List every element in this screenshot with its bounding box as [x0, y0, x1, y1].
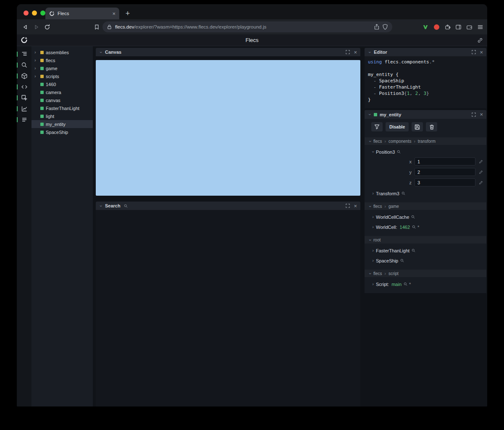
component-Script[interactable]: ›Script:main*: [365, 281, 486, 287]
component-SpaceShip[interactable]: ›SpaceShip: [365, 257, 486, 264]
chevron-right-icon[interactable]: ›: [371, 258, 375, 263]
new-tab-button[interactable]: +: [122, 8, 134, 19]
inspector-section-flecs-components-transform[interactable]: ›flecs›components›transform: [365, 137, 486, 145]
inspector-section-root[interactable]: ›root: [365, 236, 486, 244]
tree-item-camera[interactable]: camera: [32, 88, 93, 96]
tree-item-game[interactable]: ›game: [32, 64, 93, 72]
tree-item-FasterThanLight[interactable]: FasterThanLight: [32, 104, 93, 112]
wallet-icon[interactable]: [465, 23, 473, 31]
inspect-icon[interactable]: [17, 93, 32, 102]
tree-item-1460[interactable]: 1460: [32, 80, 93, 88]
search-icon[interactable]: [17, 60, 32, 70]
search-panel-header[interactable]: › Search ×: [96, 202, 360, 210]
field-input[interactable]: 3: [415, 178, 475, 186]
close-panel-icon[interactable]: ×: [480, 50, 483, 55]
code-editor[interactable]: using flecs.components.* my_entity { - S…: [365, 56, 486, 108]
render-canvas[interactable]: [96, 60, 360, 196]
magnifier-icon[interactable]: [404, 282, 407, 286]
tree-item-flecs[interactable]: ›flecs: [32, 56, 93, 64]
reload-button[interactable]: [43, 23, 51, 31]
chevron-right-icon[interactable]: ›: [371, 282, 375, 286]
chevron-down-icon[interactable]: ›: [99, 204, 103, 207]
inspector-panel-header[interactable]: › my_entity ×: [365, 110, 486, 119]
chevron-down-icon[interactable]: ›: [368, 238, 373, 241]
share-link-icon[interactable]: [477, 37, 483, 43]
url-bar[interactable]: flecs.dev/explorer/?wasm=https://www.fle…: [102, 21, 392, 32]
expand-panel-icon[interactable]: [472, 113, 476, 117]
expand-arrow-icon[interactable]: ›: [34, 58, 38, 63]
tree-item-canvas[interactable]: canvas: [32, 96, 93, 104]
tab-close-icon[interactable]: ×: [112, 11, 116, 16]
expand-panel-icon[interactable]: [346, 204, 350, 208]
magnifier-icon[interactable]: [412, 225, 416, 229]
bookmark-sidebar-icon[interactable]: [92, 23, 101, 31]
save-button[interactable]: [412, 122, 423, 131]
minimize-window-button[interactable]: [32, 10, 37, 16]
close-panel-icon[interactable]: ×: [354, 50, 357, 55]
forward-button[interactable]: [32, 23, 40, 31]
back-button[interactable]: [21, 23, 29, 31]
magnifier-icon[interactable]: [400, 259, 404, 262]
magnifier-icon[interactable]: [412, 249, 415, 252]
chevron-down-icon[interactable]: ›: [99, 50, 103, 54]
magnifier-icon[interactable]: [397, 150, 401, 154]
sidebar-toggle-icon[interactable]: [454, 23, 462, 31]
extensions-puzzle-icon[interactable]: [443, 23, 452, 31]
field-input[interactable]: 1: [415, 157, 475, 165]
component-WorldCellCache[interactable]: ›WorldCellCache: [365, 214, 486, 220]
chevron-right-icon[interactable]: ›: [371, 225, 375, 229]
chevron-right-icon[interactable]: ›: [371, 191, 375, 196]
chevron-right-icon[interactable]: ›: [371, 248, 375, 253]
tree-item-scripts[interactable]: ›scripts: [32, 72, 93, 80]
disable-button[interactable]: Disable: [386, 122, 409, 131]
extension-v-icon[interactable]: [421, 23, 430, 31]
expand-panel-icon[interactable]: [346, 50, 350, 54]
tree-item-assemblies[interactable]: ›assemblies: [32, 48, 93, 56]
chevron-down-icon[interactable]: ›: [368, 139, 373, 143]
expand-arrow-icon[interactable]: ›: [34, 74, 38, 79]
component-Transform3[interactable]: ›Transform3: [365, 190, 486, 197]
code-icon[interactable]: [17, 82, 32, 92]
tree-item-light[interactable]: light: [32, 112, 93, 120]
close-window-button[interactable]: [24, 10, 29, 16]
pencil-icon[interactable]: [479, 181, 483, 185]
brave-shield-icon[interactable]: [383, 24, 388, 30]
filter-button[interactable]: [371, 122, 383, 131]
expand-arrow-icon[interactable]: ›: [34, 50, 38, 55]
inspector-section-flecs-game[interactable]: ›flecs›game: [365, 202, 486, 210]
field-input[interactable]: 2: [415, 168, 475, 176]
expand-arrow-icon[interactable]: ›: [34, 66, 38, 71]
canvas-panel-header[interactable]: › Canvas ×: [96, 48, 360, 56]
chevron-down-icon[interactable]: ›: [368, 205, 373, 208]
menu-hamburger-icon[interactable]: [476, 23, 484, 31]
pencil-icon[interactable]: [479, 160, 483, 164]
zoom-window-button[interactable]: [40, 10, 45, 16]
chevron-right-icon[interactable]: ›: [371, 215, 375, 219]
browser-tab-flecs[interactable]: Flecs ×: [45, 8, 119, 19]
outliner-icon[interactable]: [17, 50, 32, 59]
extension-record-icon[interactable]: [432, 23, 441, 31]
chevron-down-icon[interactable]: ›: [368, 113, 372, 116]
magnifier-icon[interactable]: [411, 215, 415, 219]
component-Position3[interactable]: ›Position3: [365, 149, 486, 155]
chart-icon[interactable]: [17, 104, 32, 113]
component-FasterThanLight[interactable]: ›FasterThanLight: [365, 247, 486, 254]
pencil-icon[interactable]: [479, 170, 483, 174]
magnifier-icon[interactable]: [402, 191, 405, 195]
stats-icon[interactable]: [17, 115, 32, 124]
chevron-down-icon[interactable]: ›: [368, 50, 372, 54]
expand-panel-icon[interactable]: [472, 50, 476, 54]
close-panel-icon[interactable]: ×: [354, 203, 357, 209]
close-panel-icon[interactable]: ×: [480, 112, 483, 117]
delete-button[interactable]: [426, 122, 437, 131]
share-icon[interactable]: [374, 24, 379, 30]
editor-panel-header[interactable]: › Editor ×: [365, 48, 486, 56]
entities-cube-icon[interactable]: [17, 71, 32, 81]
tree-item-my_entity[interactable]: my_entity: [32, 120, 93, 128]
inspector-section-flecs-script[interactable]: ›flecs›script: [365, 270, 486, 277]
tree-item-SpaceShip[interactable]: SpaceShip: [32, 128, 93, 136]
chevron-down-icon[interactable]: ›: [371, 150, 375, 154]
chevron-down-icon[interactable]: ›: [368, 272, 373, 275]
search-panel-body[interactable]: [96, 210, 360, 406]
component-WorldCell[interactable]: ›WorldCell:1462*: [365, 224, 486, 230]
